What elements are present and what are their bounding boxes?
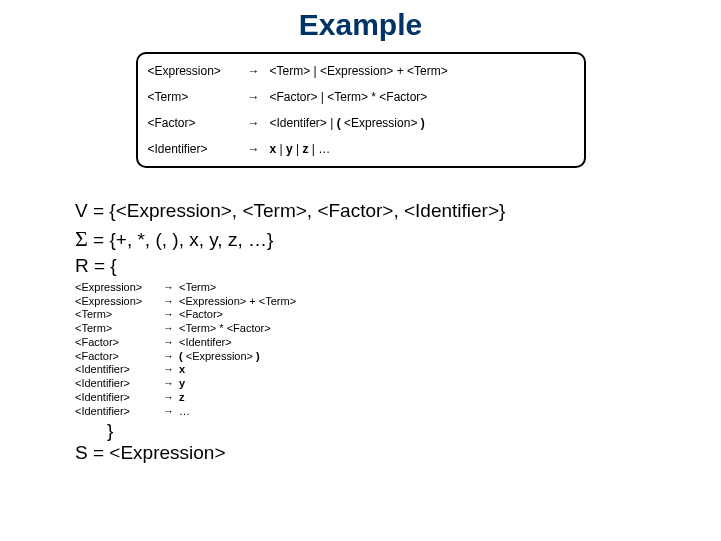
arrow-icon: → [163, 363, 179, 377]
rule-lhs: <Term> [75, 308, 163, 322]
rule-lhs: <Identifier> [75, 405, 163, 419]
arrow-icon: → [163, 336, 179, 350]
grammar-rhs: <Factor> | <Term> * <Factor> [270, 90, 574, 104]
grammar-rhs: x | y | z | … [270, 142, 574, 156]
rule-row: <Term>→<Term> * <Factor> [75, 322, 721, 336]
arrow-icon: → [248, 64, 270, 78]
rule-row: <Expression>→<Expression> + <Term> [75, 295, 721, 309]
rule-rhs: <Identifer> [179, 336, 232, 350]
slide-title: Example [0, 8, 721, 42]
grammar-rhs: <Term> | <Expression> + <Term> [270, 64, 574, 78]
rule-row: <Expression>→<Term> [75, 281, 721, 295]
rule-lhs: <Identifier> [75, 377, 163, 391]
def-V: V = {<Expression>, <Term>, <Factor>, <Id… [75, 198, 701, 224]
definitions-block: V = {<Expression>, <Term>, <Factor>, <Id… [75, 198, 701, 279]
rule-rhs: z [179, 391, 185, 405]
rule-rhs: <Term> [179, 281, 216, 295]
grammar-rhs: <Identifer> | ( <Expression> ) [270, 116, 574, 130]
arrow-icon: → [248, 142, 270, 156]
arrow-icon: → [248, 116, 270, 130]
rule-row: <Identifier>→z [75, 391, 721, 405]
rule-row: <Identifier>→x [75, 363, 721, 377]
arrow-icon: → [163, 295, 179, 309]
arrow-icon: → [163, 405, 179, 419]
rule-rhs: x [179, 363, 185, 377]
rule-rhs: y [179, 377, 185, 391]
sigma-rest: = {+, *, (, ), x, y, z, …} [88, 229, 273, 250]
slide: Example <Expression>→<Term> | <Expressio… [0, 8, 721, 541]
def-R-open: R = { [75, 253, 701, 279]
arrow-icon: → [163, 391, 179, 405]
rule-row: <Term>→<Factor> [75, 308, 721, 322]
arrow-icon: → [163, 308, 179, 322]
rule-lhs: <Identifier> [75, 391, 163, 405]
arrow-icon: → [163, 322, 179, 336]
rule-lhs: <Factor> [75, 336, 163, 350]
grammar-lhs: <Term> [148, 90, 248, 104]
grammar-lhs: <Expression> [148, 64, 248, 78]
arrow-icon: → [248, 90, 270, 104]
arrow-icon: → [163, 377, 179, 391]
rule-row: <Identifier>→… [75, 405, 721, 419]
rule-rhs: <Expression> + <Term> [179, 295, 296, 309]
rule-rhs: … [179, 405, 190, 419]
def-Sigma: Σ = {+, *, (, ), x, y, z, …} [75, 224, 701, 254]
grammar-row: <Identifier>→x | y | z | … [138, 136, 584, 162]
grammar-lhs: <Identifier> [148, 142, 248, 156]
rule-lhs: <Identifier> [75, 363, 163, 377]
sigma-symbol: Σ [75, 226, 88, 251]
arrow-icon: → [163, 350, 179, 364]
grammar-row: <Factor>→<Identifer> | ( <Expression> ) [138, 110, 584, 136]
def-S: S = <Expression> [75, 442, 721, 464]
rule-rhs: ( <Expression> ) [179, 350, 260, 364]
rule-lhs: <Factor> [75, 350, 163, 364]
def-R-close: } [107, 420, 721, 442]
rules-block: <Expression>→<Term><Expression>→<Express… [75, 281, 721, 419]
rule-lhs: <Expression> [75, 281, 163, 295]
rule-rhs: <Factor> [179, 308, 223, 322]
rule-row: <Identifier>→y [75, 377, 721, 391]
grammar-row: <Expression>→<Term> | <Expression> + <Te… [138, 58, 584, 84]
rule-row: <Factor>→<Identifer> [75, 336, 721, 350]
rule-row: <Factor>→( <Expression> ) [75, 350, 721, 364]
grammar-table: <Expression>→<Term> | <Expression> + <Te… [136, 52, 586, 168]
arrow-icon: → [163, 281, 179, 295]
grammar-row: <Term>→<Factor> | <Term> * <Factor> [138, 84, 584, 110]
rule-rhs: <Term> * <Factor> [179, 322, 271, 336]
grammar-lhs: <Factor> [148, 116, 248, 130]
rule-lhs: <Term> [75, 322, 163, 336]
rule-lhs: <Expression> [75, 295, 163, 309]
